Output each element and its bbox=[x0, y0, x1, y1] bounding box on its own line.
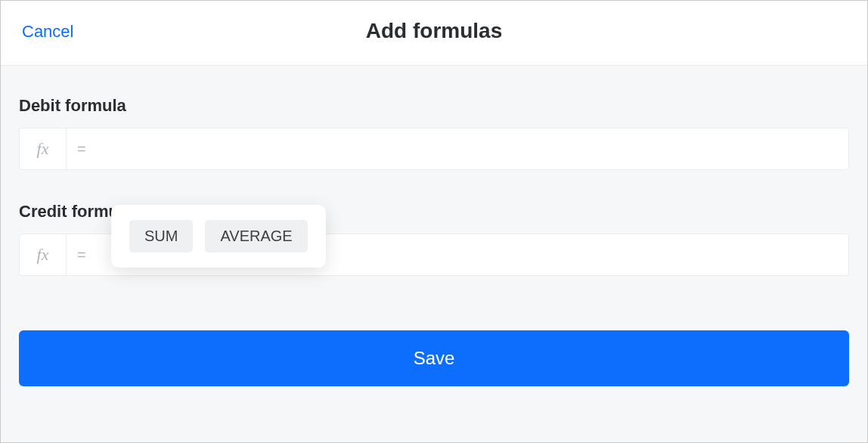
add-formulas-modal: Cancel Add formulas Debit formula fx = S… bbox=[0, 0, 868, 443]
equals-sign: = bbox=[67, 234, 97, 275]
suggestion-average[interactable]: AVERAGE bbox=[205, 220, 307, 252]
cancel-button[interactable]: Cancel bbox=[22, 22, 73, 42]
save-button[interactable]: Save bbox=[19, 330, 849, 386]
fx-icon: fx bbox=[20, 129, 67, 169]
modal-body: Debit formula fx = SUM AVERAGE Credit fo… bbox=[1, 66, 867, 442]
formula-suggestion-popover: SUM AVERAGE bbox=[111, 205, 326, 268]
fx-icon: fx bbox=[20, 234, 67, 275]
equals-sign: = bbox=[67, 129, 97, 169]
modal-header: Cancel Add formulas bbox=[1, 1, 867, 66]
debit-formula-label: Debit formula bbox=[19, 96, 849, 116]
debit-formula-input-wrapper[interactable]: fx = bbox=[19, 128, 849, 170]
debit-formula-group: Debit formula fx = bbox=[19, 96, 849, 170]
modal-title: Add formulas bbox=[366, 19, 502, 43]
suggestion-sum[interactable]: SUM bbox=[129, 220, 193, 252]
debit-formula-input[interactable] bbox=[97, 129, 848, 169]
